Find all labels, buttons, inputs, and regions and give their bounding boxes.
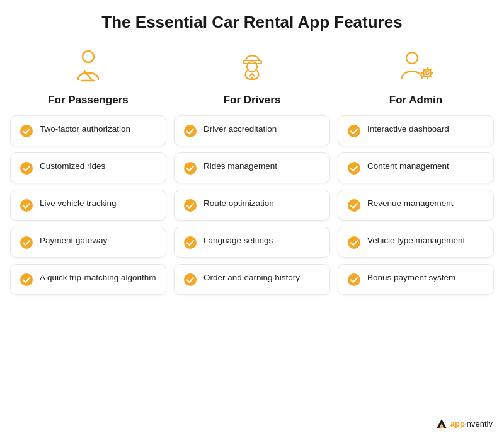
feature-card: Language settings (174, 227, 330, 258)
feature-text: Route optimization (203, 198, 274, 210)
admin-icon (394, 45, 438, 89)
feature-text: Customized rides (40, 161, 105, 173)
svg-point-3 (20, 199, 33, 212)
feature-card: Driver accreditation (174, 115, 330, 146)
feature-card: Customized rides (10, 152, 166, 183)
column-admin: For Admin Interactive dashboard Content … (338, 45, 494, 301)
appinventiv-logo-icon (435, 417, 448, 430)
svg-point-27 (348, 199, 360, 212)
feature-card: Interactive dashboard (338, 115, 494, 146)
feature-text: A quick trip-matching algorithm (40, 272, 156, 284)
svg-line-24 (430, 69, 431, 70)
check-icon (347, 161, 361, 175)
page-container: The Essential Car Rental App Features Fo… (0, 0, 504, 436)
svg-point-29 (348, 273, 360, 286)
svg-point-0 (83, 51, 94, 62)
check-icon (20, 273, 33, 287)
column-passengers: For Passengers Two-factor authorization … (10, 45, 166, 301)
feature-card: Content management (338, 152, 494, 183)
feature-text: Payment gateway (40, 235, 107, 247)
svg-line-21 (423, 69, 424, 70)
feature-card: Payment gateway (10, 227, 166, 258)
admin-title: For Admin (389, 94, 442, 106)
check-icon (20, 198, 33, 212)
svg-line-22 (430, 76, 431, 77)
feature-text: Live vehicle tracking (40, 198, 117, 210)
feature-card: Route optimization (174, 190, 330, 221)
svg-point-28 (348, 236, 360, 249)
check-icon (183, 124, 197, 138)
svg-point-16 (425, 71, 428, 74)
check-icon (183, 161, 197, 175)
check-icon (347, 273, 361, 287)
check-icon (183, 236, 197, 250)
svg-point-11 (184, 199, 197, 212)
feature-text: Revenue management (367, 198, 454, 210)
svg-line-23 (423, 76, 424, 77)
svg-point-1 (20, 125, 33, 137)
svg-point-8 (251, 77, 252, 78)
feature-text: Vehicle type management (367, 235, 465, 247)
passengers-title: For Passengers (48, 94, 129, 106)
check-icon (347, 236, 361, 250)
feature-text: Order and earning history (203, 272, 300, 284)
feature-card: Revenue management (338, 190, 494, 221)
svg-point-26 (348, 162, 360, 175)
feature-text: Driver accreditation (203, 123, 277, 135)
columns-wrapper: For Passengers Two-factor authorization … (10, 45, 494, 301)
feature-card: Rides management (174, 152, 330, 183)
check-icon (347, 198, 361, 212)
svg-point-5 (20, 273, 33, 286)
feature-card: Two-factor authorization (10, 115, 166, 146)
passenger-icon (66, 45, 110, 89)
svg-point-13 (184, 273, 197, 286)
drivers-title: For Drivers (224, 94, 281, 106)
feature-text: Language settings (203, 235, 273, 247)
feature-card: Order and earning history (174, 264, 330, 295)
driver-icon (230, 45, 274, 89)
feature-card: Vehicle type management (338, 227, 494, 258)
svg-point-14 (406, 52, 418, 64)
feature-text: Content management (367, 161, 449, 173)
check-icon (347, 124, 361, 138)
feature-text: Two-factor authorization (40, 123, 130, 135)
svg-point-2 (20, 162, 33, 175)
svg-point-9 (184, 125, 197, 137)
feature-card: A quick trip-matching algorithm (10, 264, 166, 295)
svg-point-25 (348, 125, 360, 137)
column-drivers: For Drivers Driver accreditation Rides m… (174, 45, 330, 301)
check-icon (20, 161, 33, 175)
page-title: The Essential Car Rental App Features (10, 13, 494, 32)
feature-text: Interactive dashboard (367, 123, 449, 135)
check-icon (183, 198, 197, 212)
logo-text: appinventiv (450, 419, 493, 428)
svg-point-10 (184, 162, 197, 175)
logo-area: appinventiv (435, 417, 493, 430)
feature-text: Rides management (203, 161, 277, 173)
check-icon (20, 236, 33, 250)
check-icon (183, 273, 197, 287)
svg-point-4 (20, 236, 33, 249)
feature-text: Bonus payment system (367, 272, 455, 284)
feature-card: Bonus payment system (338, 264, 494, 295)
check-icon (20, 124, 33, 138)
svg-point-12 (184, 236, 197, 249)
feature-card: Live vehicle tracking (10, 190, 166, 221)
